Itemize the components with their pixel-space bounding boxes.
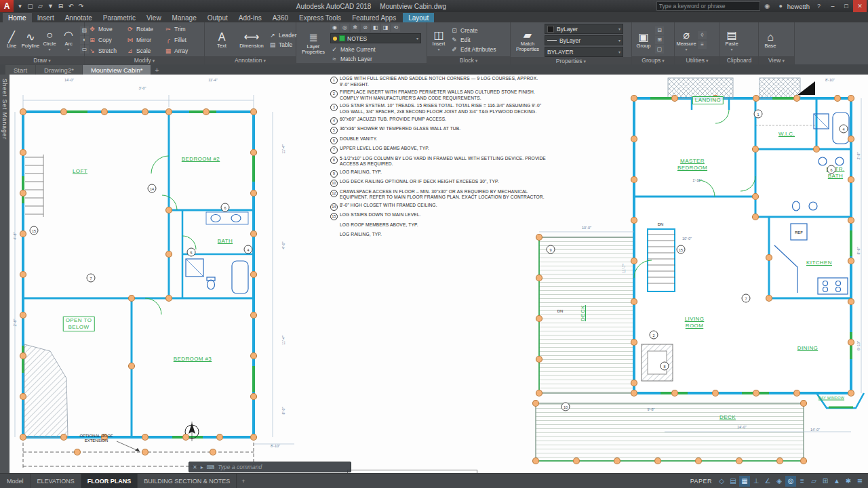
tab-annotate[interactable]: Annotate xyxy=(60,13,98,22)
maximize-button[interactable]: □ xyxy=(840,0,853,12)
tool-copy[interactable]: ⊞ Copy xyxy=(87,35,125,45)
autocad-logo-icon[interactable]: A xyxy=(0,0,14,12)
selection-cycling-icon[interactable]: ⊞ xyxy=(820,476,831,487)
tab-manage[interactable]: Manage xyxy=(167,13,202,22)
isodraft-icon[interactable]: ◈ xyxy=(774,476,785,487)
panel-caption-utilities[interactable]: Utilities▾ xyxy=(675,56,719,64)
tab-home[interactable]: Home xyxy=(3,13,32,22)
print-icon[interactable]: ⊟ xyxy=(56,3,66,9)
transparency-icon[interactable]: ▱ xyxy=(808,476,819,487)
tab-add-ins[interactable]: Add-ins xyxy=(233,13,267,22)
group-tool-icon[interactable]: ⊟ xyxy=(655,26,664,35)
open-folder-icon[interactable]: ▱ xyxy=(35,3,45,9)
tool-dimension[interactable]: ⟷ Dimension xyxy=(237,24,267,56)
document-tab-mountview-cabin[interactable]: Mountview Cabin* xyxy=(83,65,151,75)
minimize-button[interactable]: – xyxy=(826,0,840,12)
tool-base[interactable]: ⌂ Base xyxy=(761,24,780,56)
tool-trim[interactable]: ✂ Trim xyxy=(163,24,201,35)
group-tool-icon[interactable]: ⊞ xyxy=(655,36,664,44)
document-tab-start[interactable]: Start xyxy=(5,65,35,75)
tool-fillet[interactable]: ╭ Fillet xyxy=(163,35,201,45)
grid-icon[interactable]: ▦ xyxy=(739,476,750,487)
tool-group[interactable]: ▣ Group xyxy=(634,24,653,56)
tool-text[interactable]: A Text xyxy=(207,24,237,56)
panel-caption-draw[interactable]: Draw▾ xyxy=(0,56,84,64)
customization-icon[interactable]: ≣ xyxy=(854,476,865,487)
tool-insert[interactable]: ◫ Insert ▾ xyxy=(429,24,448,56)
utility-tool-icon[interactable]: ◊ xyxy=(698,31,707,39)
layer-tool-icon[interactable]: ◉ xyxy=(330,24,339,32)
undo-icon[interactable]: ↶ xyxy=(66,3,76,9)
property-dropdown[interactable]: BYLAYER ▾ xyxy=(545,47,623,57)
tab-featured-apps[interactable]: Featured Apps xyxy=(347,13,401,22)
search-icon[interactable]: ◉ xyxy=(763,3,772,9)
layout-tab-floor-plans[interactable]: FLOOR PLANS xyxy=(81,474,138,488)
panel-caption-clipboard[interactable]: Clipboard xyxy=(720,56,758,64)
close-button[interactable]: ✕ xyxy=(853,0,867,12)
tab-parametric[interactable]: Parametric xyxy=(98,13,141,22)
panel-caption-groups[interactable]: Groups▾ xyxy=(632,56,674,64)
tab-layout[interactable]: Layout xyxy=(403,13,434,22)
tool-rotate[interactable]: ⟳ Rotate xyxy=(125,24,163,35)
tool-polyline[interactable]: ∿ Polyline xyxy=(21,24,40,56)
help-icon[interactable]: ? xyxy=(814,3,823,9)
tool-create[interactable]: ⊡ Create xyxy=(450,26,502,35)
layer-tool-icon[interactable]: ⊘ xyxy=(361,24,370,32)
property-dropdown[interactable]: ByLayer ▾ xyxy=(545,24,623,34)
snap-mode-icon[interactable]: ▤ xyxy=(728,476,738,487)
tool-scale[interactable]: ⊿ Scale xyxy=(125,45,163,56)
paper-space-toggle[interactable]: PAPER xyxy=(690,478,712,485)
panel-caption-block[interactable]: Block▾ xyxy=(427,56,510,64)
layer-tool-icon[interactable]: ⟲ xyxy=(391,24,400,32)
tool-move[interactable]: ✥ Move xyxy=(87,24,125,35)
ortho-icon[interactable]: ⊥ xyxy=(751,476,762,487)
layer-tool-icon[interactable]: ◨ xyxy=(381,24,390,32)
drawing-canvas[interactable]: 1 LOGS WITH FULL SCRIBE AND SADDLE NOTCH… xyxy=(9,75,868,473)
tool-leader[interactable]: ↗ Leader xyxy=(269,31,296,40)
command-input[interactable]: Type a command xyxy=(218,464,262,470)
tool-edit-attributes[interactable]: ✐ Edit Attributes xyxy=(450,45,502,54)
layer-dropdown[interactable]: NOTES ▾ xyxy=(330,33,421,43)
tool-stretch[interactable]: ↘ Stretch xyxy=(87,45,125,56)
tool-layer-properties[interactable]: ≣ Layer Properties xyxy=(298,24,328,63)
command-line[interactable]: ✕ ▸ ⌨ Type a command xyxy=(189,462,351,472)
tab-view[interactable]: View xyxy=(141,13,167,22)
tool-array[interactable]: ▦ Array xyxy=(163,45,201,56)
tool-edit[interactable]: ✎ Edit xyxy=(450,36,502,45)
tool-match-layer[interactable]: ≈ Match Layer xyxy=(330,54,421,63)
signed-in-user[interactable]: ● hewetth xyxy=(774,3,812,10)
tool-circle[interactable]: ○ Circle ▾ xyxy=(40,24,59,56)
save-icon[interactable]: ▼ xyxy=(45,3,56,9)
tool-measure[interactable]: ⌀ Measure ▾ xyxy=(677,24,696,56)
tool-table[interactable]: ▤ Table xyxy=(269,41,296,49)
group-tool-icon[interactable]: ▢ xyxy=(655,45,664,54)
tab-a360[interactable]: A360 xyxy=(267,13,294,22)
layout-tab-building-section-notes[interactable]: BUILDING SECTION & NOTES xyxy=(138,474,237,488)
lineweight-icon[interactable]: ≡ xyxy=(797,476,808,487)
tool-match-properties[interactable]: ▰ Match Properties xyxy=(513,24,542,57)
annotation-visibility-icon[interactable]: ▲ xyxy=(831,476,842,487)
utility-tool-icon[interactable]: ≡ xyxy=(698,41,707,49)
new-layout-button[interactable]: + xyxy=(237,474,250,488)
document-tab-drawing2[interactable]: Drawing2* xyxy=(36,65,82,75)
tool-make-current[interactable]: ✓ Make Current xyxy=(330,45,421,54)
help-search-input[interactable] xyxy=(656,1,760,11)
autoscale-icon[interactable]: ✱ xyxy=(843,476,854,487)
panel-caption-view[interactable]: View▾ xyxy=(759,56,794,64)
new-file-icon[interactable]: ▢ xyxy=(25,3,35,9)
tool-mirror[interactable]: ⋈ Mirror xyxy=(125,35,163,45)
tab-output[interactable]: Output xyxy=(202,13,233,22)
tool-paste[interactable]: ▤ Paste ▾ xyxy=(722,24,741,56)
sheet-set-manager-palette[interactable]: Sheet Set Manager xyxy=(0,75,9,473)
panel-caption-modify[interactable]: Modify▾ xyxy=(85,56,204,64)
tool-arc[interactable]: ◠ Arc ▾ xyxy=(59,24,78,56)
model-tab[interactable]: Model xyxy=(0,474,31,488)
osnap-icon[interactable]: ◎ xyxy=(785,476,796,487)
new-drawing-tab-button[interactable]: + xyxy=(151,66,162,75)
layout-tab-elevations[interactable]: ELEVATIONS xyxy=(31,474,81,488)
infer-constraints-icon[interactable]: ◇ xyxy=(716,476,727,487)
tab-insert[interactable]: Insert xyxy=(32,13,60,22)
redo-icon[interactable]: ↷ xyxy=(76,3,86,9)
panel-caption-annotation[interactable]: Annotation▾ xyxy=(205,56,296,64)
tab-express-tools[interactable]: Express Tools xyxy=(294,13,347,22)
